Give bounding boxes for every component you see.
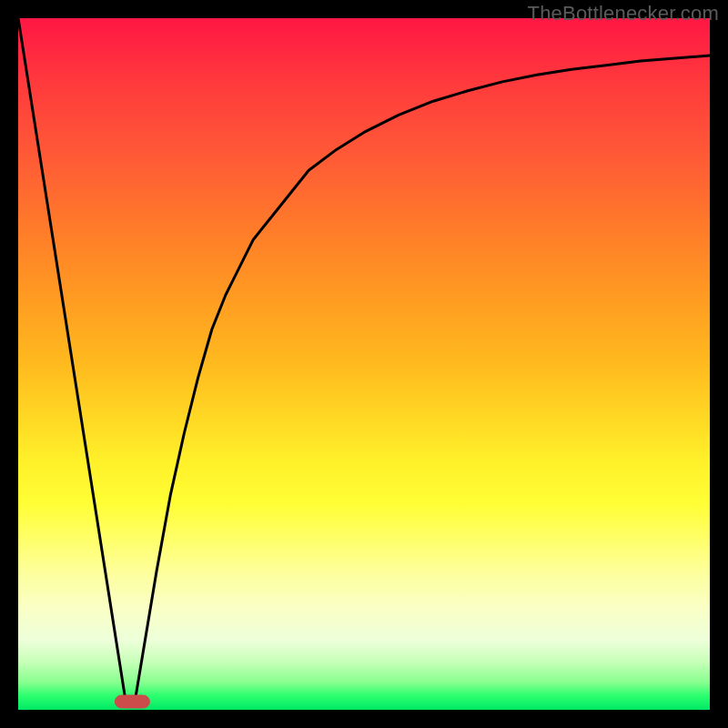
chart-frame: TheBottlenecker.com bbox=[0, 0, 728, 728]
watermark-text: TheBottlenecker.com bbox=[528, 2, 719, 25]
chart-plot-area bbox=[18, 18, 710, 710]
curve-left-limb bbox=[18, 18, 126, 700]
chart-svg bbox=[18, 18, 710, 710]
curve-right-limb bbox=[136, 56, 710, 696]
optimum-marker bbox=[115, 695, 149, 708]
